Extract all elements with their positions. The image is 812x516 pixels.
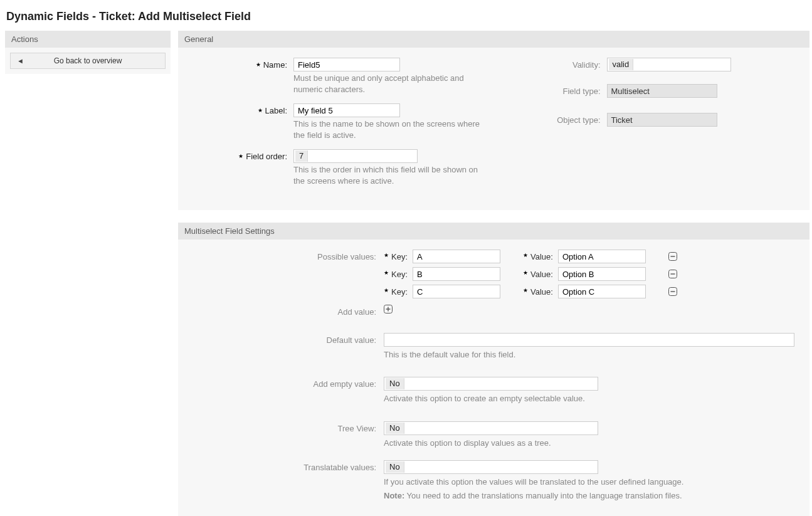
- translatable-label: Translatable values:: [193, 460, 384, 472]
- translatable-value: No: [386, 461, 404, 473]
- value-label: ★Value:: [523, 270, 553, 279]
- translatable-select[interactable]: No: [384, 460, 598, 474]
- general-header: General: [178, 31, 809, 48]
- translatable-note-rest: You need to add the translations manuall…: [404, 491, 682, 500]
- remove-value-button[interactable]: [668, 252, 677, 261]
- field-order-select[interactable]: 7: [293, 149, 418, 163]
- validity-select[interactable]: valid: [607, 58, 731, 71]
- tree-view-help: Activate this option to display values a…: [384, 438, 794, 449]
- translatable-help-2: Note: You need to add the translations m…: [384, 490, 794, 502]
- label-label: Label:: [265, 106, 287, 115]
- name-input[interactable]: [293, 58, 400, 71]
- fieldtype-label: Field type:: [563, 87, 601, 96]
- remove-value-button[interactable]: [668, 270, 677, 278]
- page-title: Dynamic Fields - Ticket: Add Multiselect…: [6, 10, 807, 23]
- possible-value-row: ★Key:★Value:: [384, 285, 794, 298]
- key-label: ★Key:: [384, 252, 408, 261]
- sidebar-actions-header: Actions: [5, 31, 171, 48]
- label-input[interactable]: [293, 103, 400, 117]
- fieldtype-readonly: Multiselect: [607, 84, 717, 98]
- chevron-left-icon: ◄: [17, 57, 24, 65]
- translatable-help-1: If you activate this option the values w…: [384, 477, 794, 488]
- translatable-note-bold: Note:: [384, 491, 404, 500]
- remove-value-button[interactable]: [668, 287, 677, 296]
- possible-values-label: Possible values:: [193, 250, 384, 261]
- field-order-value: 7: [295, 150, 308, 162]
- name-label: Name:: [263, 60, 287, 70]
- value-input[interactable]: [558, 250, 646, 263]
- tree-view-value: No: [386, 423, 404, 434]
- add-value-label: Add value:: [193, 305, 384, 317]
- value-input[interactable]: [558, 267, 646, 281]
- order-label: Field order:: [246, 152, 287, 161]
- value-label: ★Value:: [523, 252, 553, 261]
- go-back-label: Go back to overview: [54, 56, 122, 65]
- key-input[interactable]: [413, 267, 500, 281]
- order-help: This is the order in which this field wi…: [293, 164, 482, 186]
- validity-value: valid: [609, 59, 634, 70]
- label-help: This is the name to be shown on the scre…: [293, 118, 482, 140]
- validity-label: Validity:: [572, 60, 601, 70]
- objecttype-readonly: Ticket: [607, 113, 717, 127]
- default-value-input[interactable]: [384, 333, 794, 347]
- add-empty-value: No: [386, 378, 404, 389]
- value-label: ★Value:: [523, 287, 553, 297]
- default-value-help: This is the default value for this field…: [384, 349, 794, 361]
- tree-view-select[interactable]: No: [384, 421, 598, 435]
- key-input[interactable]: [413, 250, 500, 263]
- add-empty-select[interactable]: No: [384, 377, 598, 391]
- possible-value-row: ★Key:★Value:: [384, 267, 794, 281]
- key-label: ★Key:: [384, 270, 408, 279]
- key-input[interactable]: [413, 285, 500, 298]
- key-label: ★Key:: [384, 287, 408, 297]
- tree-view-label: Tree View:: [193, 421, 384, 433]
- add-empty-help: Activate this option to create an empty …: [384, 393, 794, 404]
- name-help: Must be unique and only accept alphabeti…: [293, 73, 482, 95]
- possible-value-row: ★Key:★Value:: [384, 250, 794, 263]
- add-empty-label: Add empty value:: [193, 377, 384, 389]
- go-back-button[interactable]: ◄ Go back to overview: [10, 53, 166, 69]
- value-input[interactable]: [558, 285, 646, 298]
- default-value-label: Default value:: [193, 333, 384, 345]
- add-value-button[interactable]: [384, 305, 393, 313]
- objecttype-label: Object type:: [557, 115, 600, 125]
- settings-header: Multiselect Field Settings: [178, 223, 809, 240]
